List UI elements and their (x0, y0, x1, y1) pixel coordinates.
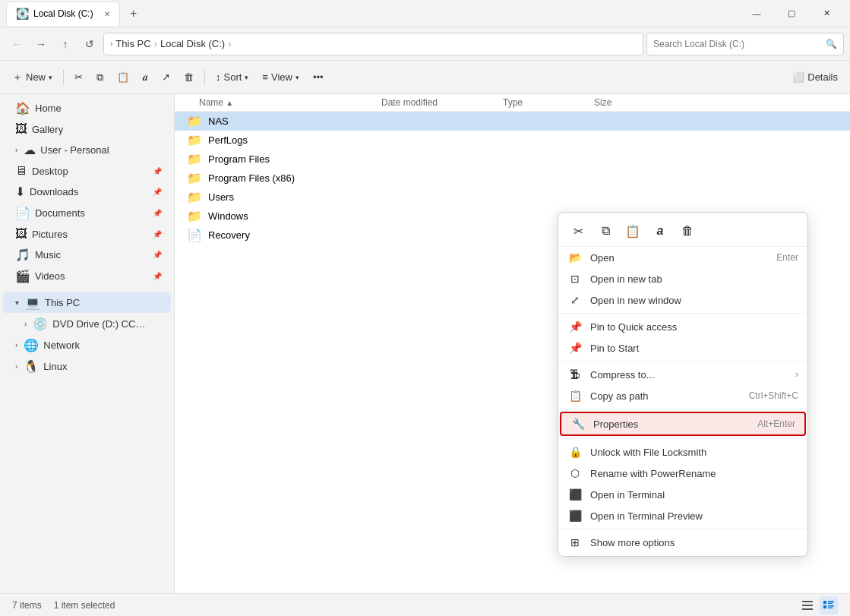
breadcrumb-chevron-end: › (228, 38, 231, 49)
paste-icon: 📋 (117, 71, 129, 83)
sidebar-item-linux[interactable]: › 🐧 Linux (3, 356, 171, 377)
toolbar: ＋ New ▾ ✂ ⧉ 📋 𝒂 ↗ 🗑 ↕ Sort ▾ ≡ View ▾ ••… (0, 61, 850, 94)
sidebar-item-user-personal[interactable]: › ☁ User - Personal (3, 140, 171, 160)
ctx-cut-button[interactable]: ✂ (566, 220, 590, 242)
this-pc-icon: 💻 (25, 295, 40, 310)
sidebar-item-this-pc[interactable]: ▾ 💻 This PC (3, 292, 171, 313)
delete-button[interactable]: 🗑 (178, 65, 200, 90)
breadcrumb-bar[interactable]: › This PC › Local Disk (C:) › (103, 33, 643, 55)
cut-button[interactable]: ✂ (68, 65, 89, 90)
breadcrumb-expand-icon[interactable]: › (110, 39, 112, 48)
col-name-header[interactable]: Name ▲ (199, 97, 381, 108)
more-button[interactable]: ••• (307, 65, 330, 90)
forward-button[interactable]: → (30, 33, 52, 55)
ctx-compress-arrow: › (795, 369, 798, 380)
file-row-users[interactable]: 📁 Users (175, 188, 850, 207)
tab-close-button[interactable]: ✕ (104, 10, 110, 18)
minimize-button[interactable]: — (739, 0, 774, 27)
breadcrumb-item-local-disk[interactable]: Local Disk (C:) (160, 38, 225, 49)
ctx-delete-button[interactable]: 🗑 (675, 220, 700, 242)
details-button[interactable]: ⬜ Details (786, 65, 844, 90)
ctx-compress-label: Compress to... (590, 369, 788, 381)
this-pc-expand-icon: ▾ (15, 299, 19, 307)
svg-rect-4 (828, 601, 834, 602)
rename-button[interactable]: 𝒂 (137, 65, 154, 90)
list-view-icon (801, 599, 814, 611)
sidebar-item-documents[interactable]: 📄 Documents 📌 (3, 203, 171, 223)
ctx-pin-start-label: Pin to Start (590, 343, 798, 354)
sidebar-item-downloads[interactable]: ⬇ Downloads 📌 (3, 182, 171, 202)
folder-icon-program-files-x86: 📁 (187, 171, 202, 185)
maximize-button[interactable]: ▢ (774, 0, 809, 27)
copy-button[interactable]: ⧉ (90, 65, 109, 90)
status-bar: 7 items 1 item selected (0, 593, 850, 616)
ctx-item-unlock[interactable]: 🔒 Unlock with File Locksmith (558, 441, 807, 463)
ctx-item-pin-quick[interactable]: 📌 Pin to Quick access (558, 316, 807, 337)
ctx-item-open-new-tab[interactable]: ⊡ Open in new tab (558, 268, 807, 289)
pin-icon-docs: 📌 (153, 209, 162, 217)
sidebar-item-videos[interactable]: 🎬 Videos 📌 (3, 266, 171, 286)
svg-rect-5 (828, 602, 833, 604)
sort-button[interactable]: ↕ Sort ▾ (210, 65, 254, 90)
sidebar-item-pictures[interactable]: 🖼 Pictures 📌 (3, 224, 171, 244)
ctx-item-properties[interactable]: 🔧 Properties Alt+Enter (560, 412, 806, 436)
ctx-item-open-terminal-preview[interactable]: ⬛ Open in Terminal Preview (558, 505, 807, 526)
close-window-button[interactable]: ✕ (809, 0, 844, 27)
col-date-header[interactable]: Date modified (381, 97, 503, 108)
share-button[interactable]: ↗ (156, 65, 176, 90)
file-row-program-files[interactable]: 📁 Program Files (175, 150, 850, 169)
search-box[interactable]: 🔍 (646, 33, 844, 55)
ctx-copy-button[interactable]: ⧉ (593, 220, 618, 242)
details-view-toggle[interactable] (820, 596, 838, 614)
tab-drive-icon: 💽 (16, 8, 29, 20)
paste-button[interactable]: 📋 (111, 65, 135, 90)
sidebar-item-network[interactable]: › 🌐 Network (3, 335, 171, 355)
ctx-open-terminal-preview-icon: ⬛ (567, 510, 583, 522)
ctx-item-open-terminal[interactable]: ⬛ Open in Terminal (558, 484, 807, 505)
ctx-open-terminal-label: Open in Terminal (590, 489, 798, 501)
cut-icon: ✂ (74, 71, 83, 83)
details-label: Details (807, 71, 838, 83)
ctx-item-pin-start[interactable]: 📌 Pin to Start (558, 337, 807, 359)
ctx-open-new-tab-icon: ⊡ (567, 273, 583, 285)
file-row-nas[interactable]: 📁 NAS (175, 112, 850, 131)
ctx-item-open[interactable]: 📂 Open Enter (558, 247, 807, 268)
sidebar-label-music: Music (35, 249, 61, 261)
ctx-properties-shortcut: Alt+Enter (757, 419, 795, 429)
search-input[interactable] (653, 39, 823, 49)
item-count: 7 items (12, 600, 42, 611)
new-button[interactable]: ＋ New ▾ (6, 65, 58, 90)
back-button[interactable]: ← (6, 33, 27, 55)
breadcrumb-item-this-pc[interactable]: This PC (115, 38, 150, 49)
file-name-program-files-x86: Program Files (x86) (208, 172, 384, 184)
file-row-perflogs[interactable]: 📁 PerfLogs (175, 131, 850, 150)
ctx-rename-button[interactable]: a (648, 220, 672, 242)
sidebar-label-dvd: DVD Drive (D:) CCSA_X64FRE_EN-... (52, 318, 151, 330)
search-icon: 🔍 (826, 39, 837, 49)
col-type-header[interactable]: Type (503, 97, 594, 108)
ctx-item-rename-power[interactable]: ⬡ Rename with PowerRename (558, 463, 807, 484)
ctx-open-icon: 📂 (567, 251, 583, 264)
ctx-item-copy-path[interactable]: 📋 Copy as path Ctrl+Shift+C (558, 385, 807, 406)
ctx-item-open-new-window[interactable]: ⤢ Open in new window (558, 289, 807, 311)
sidebar-item-music[interactable]: 🎵 Music 📌 (3, 245, 171, 265)
new-tab-button[interactable]: + (123, 3, 144, 24)
ctx-paste-button[interactable]: 📋 (621, 220, 645, 242)
list-view-toggle[interactable] (798, 596, 817, 614)
view-button[interactable]: ≡ View ▾ (256, 65, 305, 90)
ctx-open-shortcut: Enter (776, 252, 798, 263)
active-tab[interactable]: 💽 Local Disk (C:) ✕ (6, 2, 120, 26)
sidebar-label-desktop: Desktop (32, 166, 68, 177)
ctx-item-compress[interactable]: 🗜 Compress to... › (558, 364, 807, 385)
pictures-icon: 🖼 (15, 227, 27, 241)
sidebar-item-dvd[interactable]: › 💿 DVD Drive (D:) CCSA_X64FRE_EN-... (3, 314, 171, 334)
sidebar-item-gallery[interactable]: 🖼 Gallery (3, 119, 171, 139)
sidebar-item-home[interactable]: 🏠 Home (3, 98, 171, 118)
col-size-header[interactable]: Size (594, 97, 838, 108)
ctx-item-show-more[interactable]: ⊞ Show more options (558, 532, 807, 553)
file-row-program-files-x86[interactable]: 📁 Program Files (x86) (175, 169, 850, 188)
refresh-button[interactable]: ↺ (79, 33, 100, 55)
up-button[interactable]: ↑ (55, 33, 76, 55)
sidebar-label-user-personal: User - Personal (40, 144, 109, 156)
sidebar-item-desktop[interactable]: 🖥 Desktop 📌 (3, 161, 171, 181)
